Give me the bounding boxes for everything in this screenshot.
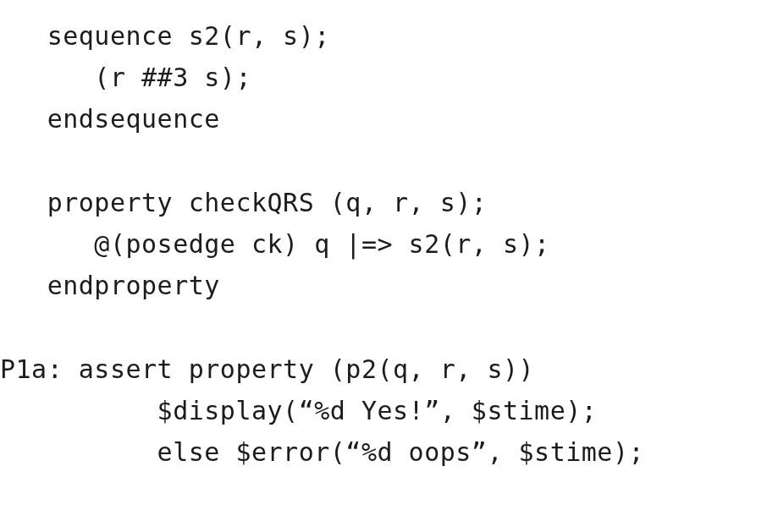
code-block: sequence s2(r, s); (r ##3 s); endsequenc… bbox=[0, 0, 778, 473]
